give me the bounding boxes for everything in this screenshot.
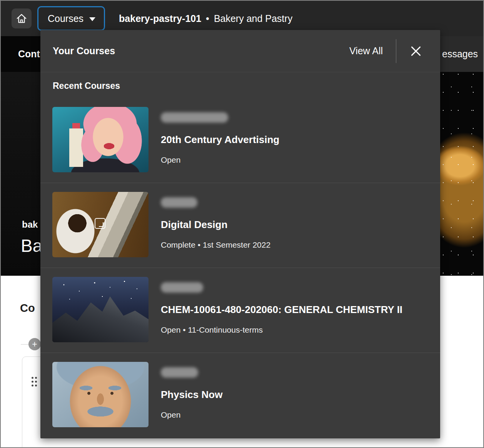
add-content-button[interactable]: + (28, 338, 41, 350)
course-title: CHEM-10061-480-202060: GENERAL CHEMISTRY… (161, 303, 402, 316)
course-tabs-bar-right: essages (440, 36, 484, 72)
dropdown-header: Your Courses View All (40, 30, 440, 72)
course-tabs-bar-left: Cont (1, 36, 40, 72)
course-id-blurred (161, 282, 203, 293)
course-status: Open (161, 155, 180, 165)
course-info: Physics Now Open (161, 362, 222, 427)
recent-courses-heading: Recent Courses (40, 72, 440, 98)
course-info: Digital Design Complete • 1st Semester 2… (161, 192, 270, 257)
course-title: Physics Now (161, 388, 222, 401)
dropdown-title: Your Courses (53, 45, 115, 57)
course-list: 20th Century Advertising Open Digital De… (40, 98, 440, 438)
screen: Courses bakery-pastry-101•Bakery and Pas… (0, 0, 484, 448)
close-icon (409, 45, 422, 58)
home-icon (16, 13, 27, 24)
breadcrumb-course-id: bakery-pastry-101 (119, 13, 201, 24)
page-background-right: essages (440, 36, 484, 447)
course-thumbnail-advertising (52, 107, 149, 172)
breadcrumb-course-title: Bakery and Pastry (214, 13, 292, 24)
breadcrumb: bakery-pastry-101•Bakery and Pastry (119, 13, 292, 24)
drag-handle-icon[interactable] (32, 377, 33, 379)
view-all-link[interactable]: View All (349, 45, 383, 57)
dropdown-header-actions: View All (349, 39, 422, 63)
course-content-area-right (440, 276, 484, 448)
close-button[interactable] (409, 45, 422, 58)
course-status: Open (161, 410, 180, 420)
course-title: Digital Design (161, 218, 227, 231)
page-background-left: Cont bak Ba Co + (1, 36, 40, 447)
course-list-item[interactable]: CHEM-10061-480-202060: GENERAL CHEMISTRY… (40, 268, 440, 353)
course-list-item[interactable]: 20th Century Advertising Open (40, 98, 440, 183)
course-id-blurred (161, 112, 228, 123)
breadcrumb-separator: • (206, 13, 209, 24)
course-list-item[interactable]: Physics Now Open (40, 353, 440, 438)
course-id-blurred (161, 367, 198, 378)
course-content-area-left: Co + (1, 276, 40, 448)
course-status: Complete • 1st Semester 2022 (161, 240, 270, 250)
courses-menu-label: Courses (48, 13, 83, 24)
hero-course-title-partial: Ba (21, 235, 42, 256)
courses-dropdown-panel: Your Courses View All Recent Courses 20t… (40, 30, 440, 438)
course-list-item[interactable]: Digital Design Complete • 1st Semester 2… (40, 183, 440, 268)
plus-icon: + (32, 339, 37, 349)
tab-messages-partial[interactable]: essages (440, 48, 478, 60)
tab-content-partial[interactable]: Cont (1, 48, 40, 60)
content-heading-partial: Co (20, 302, 35, 315)
courses-menu-button[interactable]: Courses (37, 6, 105, 31)
header-divider (396, 39, 396, 63)
course-status: Open • 11-Continuous-terms (161, 325, 263, 335)
course-thumbnail-chemistry (52, 277, 149, 342)
course-info: CHEM-10061-480-202060: GENERAL CHEMISTRY… (161, 277, 402, 342)
course-thumbnail-physics (52, 362, 149, 427)
hero-course-id-partial: bak (22, 219, 38, 230)
home-button[interactable] (12, 8, 32, 28)
course-banner-image (440, 72, 484, 276)
thumbnail-logo-icon (95, 218, 105, 229)
course-info: 20th Century Advertising Open (161, 107, 279, 172)
mountain-silhouette (52, 291, 149, 342)
chevron-down-icon (89, 17, 95, 21)
course-thumbnail-digital-design (52, 192, 149, 257)
page-background-bottom (40, 438, 440, 448)
course-id-blurred (161, 197, 197, 208)
course-banner-left: bak Ba (1, 72, 40, 276)
course-title: 20th Century Advertising (161, 133, 279, 146)
